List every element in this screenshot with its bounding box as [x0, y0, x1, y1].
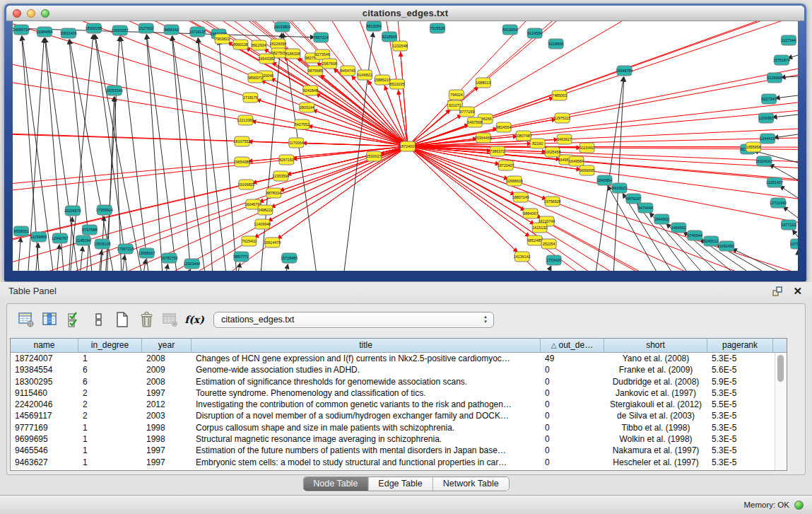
network-node[interactable]: 8522035 — [390, 79, 405, 89]
network-node[interactable]: 10025458 — [544, 147, 561, 157]
network-node[interactable]: 10688609 — [506, 176, 523, 186]
network-node[interactable]: 18720407 — [498, 160, 514, 170]
network-node[interactable]: 9474444 — [638, 203, 653, 213]
network-node[interactable]: 9658051 — [13, 226, 28, 236]
close-window-button[interactable] — [13, 9, 21, 18]
minimize-window-button[interactable] — [27, 9, 35, 18]
network-node[interactable]: 15718485 — [281, 253, 298, 263]
network-node[interactable]: 19384554 — [36, 27, 53, 37]
network-node[interactable]: 9129968 — [767, 73, 782, 83]
network-node[interactable]: 9740944 — [688, 230, 702, 240]
network-node[interactable]: 7857224 — [314, 33, 329, 42]
network-node[interactable]: 9218506 — [382, 32, 397, 42]
network-node[interactable]: 11156869 — [30, 232, 47, 242]
network-node[interactable]: 1615132 — [532, 223, 547, 233]
table-selector-dropdown[interactable]: citations_edges.txt ▲▼ — [213, 312, 494, 328]
column-header-year[interactable]: year — [142, 339, 192, 352]
network-node[interactable]: 1733426 — [546, 255, 561, 265]
network-node[interactable]: 1655958 — [746, 142, 761, 152]
network-node[interactable]: 8186328 — [286, 49, 300, 59]
network-node[interactable]: 8454749 — [341, 66, 355, 76]
network-node[interactable]: 12213369 — [237, 115, 254, 125]
network-node[interactable]: 15751874 — [773, 55, 790, 65]
create-column-button[interactable] — [110, 310, 134, 329]
network-node[interactable]: 7386372 — [490, 146, 505, 156]
network-node[interactable]: 1649584 — [569, 156, 584, 166]
network-node[interactable]: 1209383 — [759, 113, 774, 123]
table-settings-button[interactable] — [14, 310, 38, 329]
network-node[interactable]: 18107552 — [233, 136, 250, 146]
network-node[interactable]: 24055724 — [13, 25, 30, 35]
network-graph[interactable]: 2405572419384554306914061830029510653257… — [13, 21, 798, 271]
network-node[interactable]: 18724007 — [399, 141, 416, 151]
scrollbar-thumb[interactable] — [777, 355, 784, 382]
network-node[interactable]: 3498222 — [258, 205, 273, 215]
network-node[interactable]: 9777169 — [459, 107, 474, 117]
network-node[interactable]: 8912934 — [252, 40, 266, 50]
network-node[interactable]: 16914479 — [264, 238, 281, 247]
network-node[interactable]: 19166825 — [237, 180, 254, 189]
network-node[interactable]: 12923446 — [184, 259, 201, 269]
network-node[interactable]: 1170064 — [289, 138, 304, 148]
network-node[interactable]: 1117344 — [782, 35, 796, 45]
network-node[interactable]: 12251407 — [766, 177, 783, 187]
network-node[interactable]: 7625402 — [242, 236, 257, 246]
table-row[interactable]: 977716911998Corpus callosum shape and si… — [11, 422, 787, 433]
network-node[interactable]: 13505135 — [94, 239, 111, 249]
table-row[interactable]: 1456911722003Disruption of a novel membe… — [11, 410, 787, 421]
tab-edge-table[interactable]: Edge Table — [368, 477, 433, 491]
close-panel-icon[interactable]: ✕ — [793, 285, 802, 298]
network-node[interactable]: 12942757 — [52, 233, 69, 243]
row-options-button[interactable] — [86, 310, 110, 329]
network-node[interactable]: 6497568 — [467, 117, 482, 127]
network-node[interactable]: 15885219 — [374, 75, 391, 85]
table-row[interactable]: 2242004622012Investigating the contribut… — [11, 399, 787, 410]
network-node[interactable]: 12975115 — [554, 113, 571, 123]
network-node[interactable]: 7485063 — [552, 90, 567, 100]
network-node[interactable]: 1677102 — [782, 220, 796, 230]
column-header-title[interactable]: title — [192, 339, 541, 352]
network-node[interactable]: 30691406 — [60, 28, 77, 38]
function-builder-button[interactable]: f(x) — [182, 314, 206, 325]
network-node[interactable]: 9857771 — [234, 252, 249, 262]
network-node[interactable]: 1079102 — [791, 239, 798, 249]
network-node[interactable]: 82160 — [530, 139, 545, 148]
network-node[interactable]: 10653257 — [112, 25, 129, 35]
network-node[interactable]: 794024 — [449, 90, 464, 100]
network-node[interactable]: 9115460 — [579, 143, 594, 153]
table-row[interactable]: 946554611997Estimation of the future num… — [11, 445, 787, 456]
network-node[interactable]: 16543382 — [258, 54, 275, 64]
network-node[interactable]: 9884067 — [523, 209, 538, 218]
float-panel-icon[interactable] — [772, 286, 783, 297]
network-node[interactable]: 1688013 — [476, 78, 490, 88]
network-node[interactable]: 11409948 — [254, 219, 271, 229]
network-node[interactable]: 16033809 — [273, 22, 290, 32]
network-node[interactable]: 10719135 — [189, 27, 206, 37]
show-columns-button[interactable] — [38, 310, 62, 329]
network-canvas[interactable]: 2405572419384554306914061830029510653257… — [13, 21, 798, 271]
network-node[interactable]: 1145194 — [76, 235, 90, 245]
network-node[interactable]: 9227343 — [762, 94, 777, 104]
network-node[interactable]: 1527602 — [139, 23, 153, 33]
network-node[interactable]: 2944562 — [654, 214, 669, 224]
network-node[interactable]: 9875685 — [308, 66, 323, 76]
table-row[interactable]: 946362711997Embryonic stem cells: a mode… — [11, 457, 787, 468]
network-node[interactable]: 17359924 — [96, 205, 113, 215]
network-node[interactable]: 12710345 — [770, 198, 787, 208]
network-node[interactable]: 9218606 — [548, 39, 563, 49]
network-node[interactable]: 8427552 — [295, 119, 310, 129]
network-node[interactable]: 16782759 — [161, 253, 178, 263]
network-node[interactable]: 9242848 — [303, 86, 318, 95]
table-scrollbar[interactable] — [775, 353, 787, 470]
tab-network-table[interactable]: Network Table — [433, 477, 509, 491]
network-node[interactable]: 8813054 — [367, 21, 382, 31]
network-node[interactable]: 9146821 — [358, 70, 372, 80]
network-node[interactable]: 252254 — [541, 239, 556, 249]
network-node[interactable]: 1840954 — [597, 175, 612, 185]
network-node[interactable]: 8267150 — [279, 155, 294, 165]
delete-columns-button[interactable] — [134, 310, 158, 329]
network-node[interactable]: 7963822 — [215, 34, 230, 44]
network-node[interactable]: 29053346 — [106, 86, 123, 95]
network-node[interactable]: 14136141 — [514, 252, 531, 262]
network-node[interactable]: 7515526 — [430, 23, 445, 33]
